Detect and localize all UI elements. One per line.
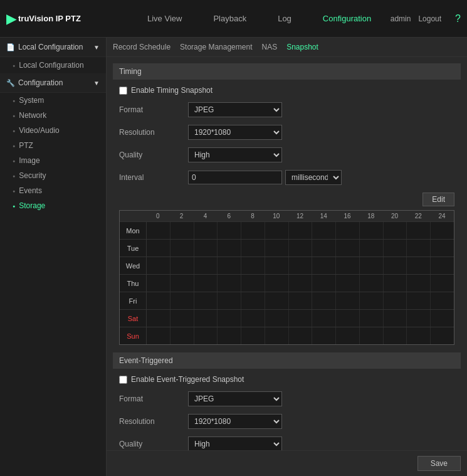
grid-cell[interactable] — [312, 222, 336, 239]
timing-format-select[interactable]: JPEG BMP — [188, 102, 282, 117]
sidebar-item-storage[interactable]: ● Storage — [0, 198, 106, 213]
sidebar-item-ptz[interactable]: ● PTZ — [0, 138, 106, 153]
edit-button[interactable]: Edit — [422, 193, 454, 206]
grid-cell[interactable] — [147, 327, 171, 344]
grid-cell[interactable] — [360, 222, 384, 239]
grid-cell[interactable] — [384, 327, 407, 344]
timing-quality-select[interactable]: Low Medium High — [188, 147, 282, 162]
grid-cell[interactable] — [407, 257, 431, 274]
grid-cell[interactable] — [384, 240, 407, 257]
grid-cell[interactable] — [171, 275, 194, 292]
sidebar-item-local-configuration[interactable]: ● Local Configuration — [0, 57, 106, 73]
grid-cell[interactable] — [431, 327, 454, 344]
tab-storage-management[interactable]: Storage Management — [180, 43, 252, 51]
grid-cell[interactable] — [431, 257, 454, 274]
grid-cell[interactable] — [147, 222, 171, 239]
grid-cell[interactable] — [171, 292, 194, 309]
grid-cell[interactable] — [384, 292, 407, 309]
grid-cell[interactable] — [265, 327, 289, 344]
grid-cell[interactable] — [147, 257, 171, 274]
grid-cell[interactable] — [147, 275, 171, 292]
sidebar-item-system[interactable]: ● System — [0, 93, 106, 108]
grid-cell[interactable] — [360, 327, 384, 344]
grid-cell[interactable] — [171, 257, 194, 274]
grid-cell[interactable] — [194, 240, 218, 257]
grid-cell[interactable] — [218, 240, 241, 257]
grid-cell[interactable] — [241, 222, 265, 239]
grid-cell[interactable] — [407, 327, 431, 344]
tab-snapshot[interactable]: Snapshot — [286, 43, 318, 51]
grid-cell[interactable] — [171, 222, 194, 239]
sidebar-item-events[interactable]: ● Events — [0, 183, 106, 198]
grid-cell[interactable] — [241, 240, 265, 257]
grid-cell[interactable] — [312, 240, 336, 257]
grid-cell[interactable] — [147, 240, 171, 257]
grid-cell[interactable] — [384, 310, 407, 327]
help-icon[interactable]: ? — [455, 13, 461, 24]
grid-cell[interactable] — [431, 292, 454, 309]
event-quality-select[interactable]: Low Medium High — [188, 436, 282, 452]
grid-cell[interactable] — [336, 240, 360, 257]
grid-cell[interactable] — [147, 310, 171, 327]
grid-cell[interactable] — [336, 257, 360, 274]
grid-cell[interactable] — [218, 257, 241, 274]
grid-cell[interactable] — [336, 222, 360, 239]
grid-cell[interactable] — [265, 257, 289, 274]
enable-event-checkbox[interactable] — [119, 376, 127, 384]
sidebar-item-security[interactable]: ● Security — [0, 168, 106, 183]
grid-cell[interactable] — [431, 275, 454, 292]
sidebar-item-video-audio[interactable]: ● Video/Audio — [0, 123, 106, 138]
grid-cell[interactable] — [289, 257, 313, 274]
sidebar-item-image[interactable]: ● Image — [0, 153, 106, 168]
tab-record-schedule[interactable]: Record Schedule — [113, 43, 171, 51]
grid-cell[interactable] — [265, 222, 289, 239]
grid-cell[interactable] — [360, 310, 384, 327]
tab-nas[interactable]: NAS — [261, 43, 277, 51]
grid-cell[interactable] — [218, 275, 241, 292]
event-resolution-select[interactable]: 1920*1080 1280*720 704*576 352*288 — [188, 414, 282, 429]
grid-cell[interactable] — [241, 275, 265, 292]
grid-cell[interactable] — [171, 327, 194, 344]
grid-cell[interactable] — [312, 257, 336, 274]
sidebar-group-header-local[interactable]: 📄 Local Configuration ▼ — [0, 38, 106, 57]
grid-cell[interactable] — [194, 292, 218, 309]
grid-cell[interactable] — [312, 310, 336, 327]
grid-cell[interactable] — [218, 222, 241, 239]
grid-cell[interactable] — [194, 222, 218, 239]
nav-playback[interactable]: Playback — [197, 0, 262, 38]
grid-cell[interactable] — [336, 310, 360, 327]
grid-cell[interactable] — [384, 257, 407, 274]
save-button[interactable]: Save — [417, 456, 461, 471]
grid-cell[interactable] — [431, 310, 454, 327]
grid-cell[interactable] — [194, 327, 218, 344]
enable-timing-checkbox[interactable] — [119, 87, 127, 95]
grid-cell[interactable] — [289, 240, 313, 257]
nav-live-view[interactable]: Live View — [132, 0, 197, 38]
grid-cell[interactable] — [289, 327, 313, 344]
timing-interval-input[interactable] — [188, 171, 282, 184]
grid-cell[interactable] — [241, 292, 265, 309]
nav-configuration[interactable]: Configuration — [307, 0, 387, 38]
grid-cell[interactable] — [312, 275, 336, 292]
grid-cell[interactable] — [407, 240, 431, 257]
grid-cell[interactable] — [384, 222, 407, 239]
grid-cell[interactable] — [171, 240, 194, 257]
grid-cell[interactable] — [265, 275, 289, 292]
grid-cell[interactable] — [289, 292, 313, 309]
logout-button[interactable]: Logout — [418, 14, 441, 23]
grid-cell[interactable] — [194, 257, 218, 274]
grid-cell[interactable] — [218, 327, 241, 344]
event-format-select[interactable]: JPEG BMP — [188, 391, 282, 406]
timing-interval-unit-select[interactable]: millisecond second minute hour — [285, 170, 342, 185]
sidebar-group-header-config[interactable]: 🔧 Configuration ▼ — [0, 73, 106, 93]
grid-cell[interactable] — [360, 292, 384, 309]
grid-cell[interactable] — [384, 275, 407, 292]
grid-cell[interactable] — [431, 222, 454, 239]
grid-cell[interactable] — [218, 310, 241, 327]
grid-cell[interactable] — [360, 275, 384, 292]
grid-cell[interactable] — [194, 275, 218, 292]
grid-cell[interactable] — [336, 292, 360, 309]
grid-cell[interactable] — [241, 310, 265, 327]
grid-cell[interactable] — [241, 327, 265, 344]
grid-cell[interactable] — [218, 292, 241, 309]
